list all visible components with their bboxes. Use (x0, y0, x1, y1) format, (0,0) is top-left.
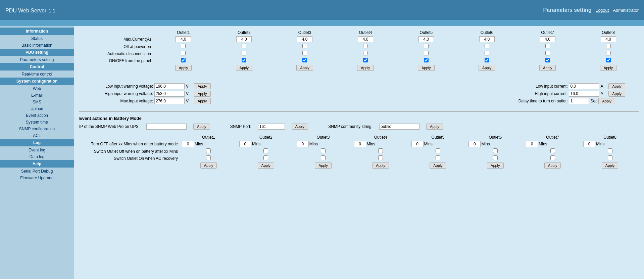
high-warning-input[interactable] (154, 91, 185, 97)
outlet7-max-current[interactable] (540, 36, 555, 42)
outlet2-on-off-panel[interactable] (242, 58, 246, 62)
low-warning-input[interactable] (154, 83, 185, 89)
outlet6-switch-off[interactable] (493, 148, 498, 153)
outlet4-max-current[interactable] (358, 36, 373, 42)
outlet2-switch-on[interactable] (263, 155, 268, 160)
outlet2-switch-off[interactable] (263, 148, 268, 153)
outlet8-switch-off[interactable] (608, 148, 612, 153)
outlet1-max-current[interactable] (176, 36, 191, 42)
outlet8-turnoff-mins[interactable] (583, 141, 595, 147)
outlet7-off-power-on[interactable] (545, 44, 550, 48)
sidebar-item-snmp-config[interactable]: SNMP configuration (0, 126, 74, 132)
outlet4-turnoff-mins[interactable] (354, 141, 366, 147)
sidebar-item-firmware[interactable]: Firmware Upgrade (0, 175, 74, 181)
outlet4-switch-on[interactable] (378, 155, 383, 160)
sidebar-item-web[interactable]: Web (0, 85, 74, 92)
high-current-input[interactable] (569, 91, 599, 97)
outlet4-off-power-on[interactable] (363, 44, 368, 48)
snmp-ip-apply-button[interactable]: Apply (193, 124, 210, 130)
outlet6-auto-disconnect[interactable] (485, 51, 489, 55)
low-current-apply-button[interactable]: Apply (608, 83, 625, 89)
outlet3-turnoff-mins[interactable] (297, 141, 309, 147)
outlet4-on-off-panel[interactable] (363, 58, 368, 62)
outlet2-auto-disconnect[interactable] (242, 51, 246, 55)
sidebar-item-data-log[interactable]: Data log (0, 153, 74, 160)
snmp-port-input[interactable] (258, 124, 285, 130)
snmp-ip-input[interactable] (146, 124, 187, 130)
outlet2-max-current[interactable] (236, 36, 252, 42)
outlet6-switch-on[interactable] (493, 155, 498, 160)
outlet4-apply-button[interactable]: Apply (357, 65, 374, 71)
battery-outlet6-apply-button[interactable]: Apply (487, 162, 504, 169)
sidebar-item-serial-debug[interactable]: Serial Port Debug (0, 168, 74, 175)
outlet3-auto-disconnect[interactable] (302, 51, 307, 55)
sidebar-item-acl[interactable]: ACL (0, 132, 74, 139)
battery-outlet5-apply-button[interactable]: Apply (430, 162, 446, 169)
sidebar-item-realtime[interactable]: Real-time control (0, 71, 74, 78)
sidebar-item-system-time[interactable]: System time (0, 119, 74, 126)
high-warning-apply-button[interactable]: Apply (194, 91, 211, 97)
outlet1-apply-button[interactable]: Apply (175, 65, 192, 71)
outlet3-max-current[interactable] (297, 36, 312, 42)
outlet1-auto-disconnect[interactable] (181, 51, 186, 55)
outlet8-on-off-panel[interactable] (606, 58, 611, 62)
logout-link[interactable]: Logout (596, 8, 609, 13)
outlet2-apply-button[interactable]: Apply (236, 65, 253, 71)
outlet4-auto-disconnect[interactable] (363, 51, 368, 55)
outlet5-on-off-panel[interactable] (424, 58, 429, 62)
outlet6-off-power-on[interactable] (485, 44, 489, 48)
outlet1-turnoff-mins[interactable] (182, 141, 194, 147)
outlet8-apply-button[interactable]: Apply (600, 65, 617, 71)
outlet8-switch-on[interactable] (608, 155, 612, 160)
outlet1-off-power-on[interactable] (181, 44, 186, 48)
outlet5-switch-off[interactable] (436, 148, 440, 153)
sidebar-item-event-action[interactable]: Event action (0, 112, 74, 119)
outlet3-switch-off[interactable] (321, 148, 326, 153)
sidebar-item-parameters[interactable]: Parameters setting (0, 56, 74, 63)
outlet5-off-power-on[interactable] (424, 44, 429, 48)
outlet1-on-off-panel[interactable] (181, 58, 186, 62)
battery-outlet3-apply-button[interactable]: Apply (315, 162, 332, 169)
outlet6-turnoff-mins[interactable] (468, 141, 481, 147)
outlet5-apply-button[interactable]: Apply (418, 65, 435, 71)
sidebar-item-sms[interactable]: SMS (0, 99, 74, 105)
snmp-community-input[interactable] (379, 124, 419, 130)
outlet4-switch-off[interactable] (378, 148, 383, 153)
high-current-apply-button[interactable]: Apply (608, 91, 625, 97)
battery-outlet8-apply-button[interactable]: Apply (602, 162, 618, 169)
outlet8-auto-disconnect[interactable] (606, 51, 611, 55)
battery-outlet4-apply-button[interactable]: Apply (372, 162, 389, 169)
outlet7-switch-off[interactable] (550, 148, 555, 153)
outlet3-apply-button[interactable]: Apply (296, 65, 313, 71)
outlet5-auto-disconnect[interactable] (424, 51, 429, 55)
outlet6-apply-button[interactable]: Apply (479, 65, 495, 71)
outlet7-on-off-panel[interactable] (545, 58, 550, 62)
outlet7-auto-disconnect[interactable] (545, 51, 550, 55)
outlet3-off-power-on[interactable] (302, 44, 307, 48)
outlet5-max-current[interactable] (418, 36, 434, 42)
sidebar-item-upload[interactable]: Upload (0, 105, 74, 112)
outlet1-switch-off[interactable] (206, 148, 211, 153)
sidebar-item-basic-info[interactable]: Basic information (0, 42, 74, 49)
battery-outlet2-apply-button[interactable]: Apply (258, 162, 275, 169)
delay-apply-button[interactable]: Apply (598, 98, 615, 104)
sidebar-item-email[interactable]: E-mail (0, 92, 74, 99)
outlet8-max-current[interactable] (601, 36, 616, 42)
outlet3-switch-on[interactable] (321, 155, 326, 160)
outlet7-turnoff-mins[interactable] (526, 141, 538, 147)
outlet2-turnoff-mins[interactable] (239, 141, 251, 147)
battery-outlet7-apply-button[interactable]: Apply (544, 162, 561, 169)
sidebar-item-status[interactable]: Status (0, 35, 74, 42)
outlet5-switch-on[interactable] (436, 155, 440, 160)
outlet8-off-power-on[interactable] (606, 44, 611, 48)
outlet6-on-off-panel[interactable] (485, 58, 489, 62)
outlet1-switch-on[interactable] (206, 155, 211, 160)
outlet5-turnoff-mins[interactable] (411, 141, 424, 147)
outlet7-switch-on[interactable] (550, 155, 555, 160)
snmp-port-apply-button[interactable]: Apply (292, 124, 308, 130)
battery-outlet1-apply-button[interactable]: Apply (200, 162, 217, 169)
max-voltage-apply-button[interactable]: Apply (194, 98, 211, 104)
outlet6-max-current[interactable] (479, 36, 495, 42)
sidebar-item-event-log[interactable]: Event log (0, 147, 74, 153)
snmp-community-apply-button[interactable]: Apply (426, 124, 443, 130)
